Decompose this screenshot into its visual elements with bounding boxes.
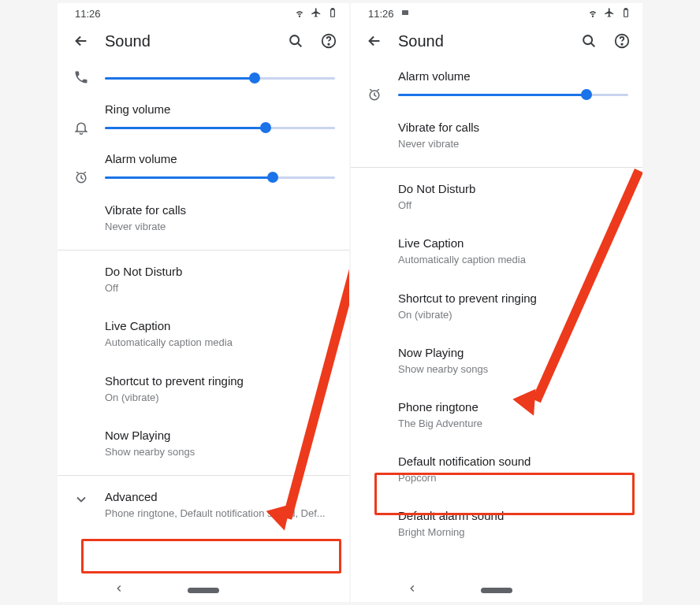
svg-point-4 [328,43,329,44]
nowplaying-title: Now Playing [398,344,628,361]
status-bar: 11:26 [58,3,349,24]
advanced[interactable]: Advanced Phone ringtone, Default notific… [58,477,349,529]
alarm-volume-slider[interactable] [105,172,335,183]
dnd-title: Do Not Disturb [398,180,628,197]
dnd-sub: Off [105,281,335,295]
status-bar: 11:26 [351,3,642,24]
page-title: Sound [105,32,272,50]
shortcut-title: Shortcut to prevent ringing [105,373,335,389]
clock: 11:26 [75,8,101,20]
dnd-title: Do Not Disturb [105,263,335,280]
nowplaying-title: Now Playing [105,427,335,444]
live-caption[interactable]: Live Caption Automatically caption media [351,224,642,278]
nav-bar [58,578,349,602]
advanced-title: Advanced [105,488,335,505]
svg-rect-7 [624,9,628,16]
live-caption[interactable]: Live Caption Automatically caption media [58,306,349,361]
ringtone-sub: The Big Adventure [398,417,628,431]
page-title: Sound [398,32,565,50]
vibrate-for-calls[interactable]: Vibrate for calls Never vibrate [58,191,349,245]
alarm-volume-row: Alarm volume [351,58,642,108]
divider [58,250,349,251]
vibrate-sub: Never vibrate [105,220,335,234]
battery-icon [327,7,338,20]
svg-point-11 [621,43,622,44]
notif-sub: Popcorn [398,471,628,485]
wifi-icon [587,7,598,20]
alarmsound-sub: Bright Morning [398,525,628,540]
svg-rect-6 [402,10,408,15]
do-not-disturb[interactable]: Do Not Disturb Off [58,252,349,306]
status-icons [587,7,631,20]
alarmsound-title: Default alarm sound [398,507,628,524]
ring-volume-label: Ring volume [105,101,335,117]
shortcut-title: Shortcut to prevent ringing [398,290,628,306]
phone-ringtone[interactable]: Phone ringtone The Big Adventure [351,388,642,442]
alarm-icon [72,169,91,185]
wifi-icon [294,7,305,20]
notif-title: Default notification sound [398,453,628,470]
back-icon[interactable] [365,32,384,50]
live-caption-sub: Automatically caption media [105,336,335,350]
now-playing[interactable]: Now Playing Show nearby songs [58,416,349,470]
vibrate-title: Vibrate for calls [105,202,335,218]
shortcut-sub: On (vibrate) [398,308,628,322]
do-not-disturb[interactable]: Do Not Disturb Off [351,169,642,224]
default-alarm-sound[interactable]: Default alarm sound Bright Morning [351,496,642,551]
help-icon[interactable] [612,32,631,50]
app-bar: Sound [351,24,642,58]
nav-home-pill[interactable] [481,588,512,593]
phone-left: 11:26 Sound Ri [58,3,349,602]
nav-bar [351,578,642,602]
nav-back-icon[interactable] [114,583,125,597]
status-icons [294,7,338,20]
shortcut-sub: On (vibrate) [105,391,335,405]
search-icon[interactable] [579,32,598,50]
alarm-volume-row: Alarm volume [58,141,349,191]
airplane-icon [311,7,322,20]
call-volume-slider[interactable] [105,72,335,84]
alarm-volume-label: Alarm volume [398,68,628,84]
nowplaying-sub: Show nearby songs [105,445,335,459]
divider [58,475,349,476]
svg-rect-1 [332,8,333,9]
nav-back-icon[interactable] [407,583,418,597]
dnd-sub: Off [398,199,628,213]
vibrate-sub: Never vibrate [398,137,628,151]
airplane-icon [604,7,615,20]
now-playing[interactable]: Now Playing Show nearby songs [351,333,642,388]
live-caption-sub: Automatically caption media [398,253,628,267]
svg-point-2 [290,35,299,44]
clock: 11:26 [368,8,394,20]
svg-rect-8 [625,8,627,9]
help-icon[interactable] [319,32,338,50]
nowplaying-sub: Show nearby songs [398,362,628,377]
battery-icon [620,7,631,20]
app-bar: Sound [58,24,349,58]
alarm-icon [365,87,384,102]
alarm-volume-label: Alarm volume [105,150,335,167]
back-icon[interactable] [72,32,91,50]
advanced-sub: Phone ringtone, Default notification sou… [105,507,335,521]
live-caption-title: Live Caption [105,317,335,334]
shortcut-prevent-ringing[interactable]: Shortcut to prevent ringing On (vibrate) [58,362,349,416]
nav-home-pill[interactable] [188,588,219,593]
default-notification-sound[interactable]: Default notification sound Popcorn [351,442,642,496]
live-caption-title: Live Caption [398,235,628,251]
phone-icon [72,69,91,85]
settings-list: Ring volume Alarm volume [58,58,349,578]
divider [351,167,642,168]
chevron-down-icon [72,492,91,507]
settings-list: Alarm volume Vibrate for calls Never vib… [351,58,642,578]
bell-icon [72,120,91,135]
ringtone-title: Phone ringtone [398,399,628,415]
shortcut-prevent-ringing[interactable]: Shortcut to prevent ringing On (vibrate) [351,279,642,333]
ring-volume-slider[interactable] [105,122,335,133]
svg-point-9 [583,35,592,44]
screenshot-icon [400,8,410,20]
search-icon[interactable] [286,32,305,50]
vibrate-title: Vibrate for calls [398,119,628,135]
call-volume-row [58,58,349,91]
alarm-volume-slider[interactable] [398,89,628,100]
vibrate-for-calls[interactable]: Vibrate for calls Never vibrate [351,108,642,162]
